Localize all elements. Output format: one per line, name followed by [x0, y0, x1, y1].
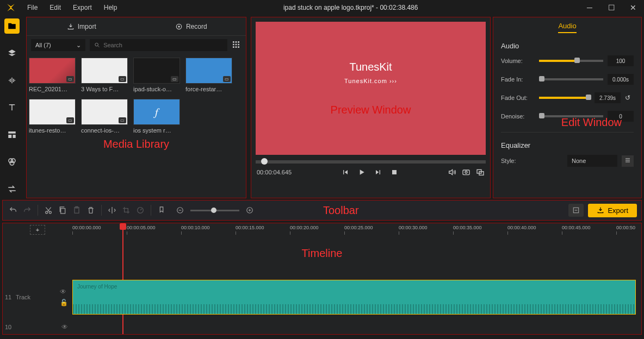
fadeout-slider[interactable]	[539, 97, 590, 99]
minimize-button[interactable]: ─	[579, 3, 600, 12]
eq-settings-icon[interactable]	[622, 155, 634, 167]
sidebar-transition-icon[interactable]	[4, 181, 20, 197]
grid-view-icon[interactable]	[232, 40, 242, 50]
media-item[interactable]: ▭force-restar…	[185, 58, 232, 92]
import-icon	[67, 23, 75, 30]
preview-panel: TunesKit TunesKit.com ››› Preview Window…	[251, 17, 491, 198]
denoise-slider[interactable]	[539, 115, 603, 117]
eq-style-value: None	[572, 158, 586, 164]
fadein-value[interactable]: 0.000s	[608, 74, 634, 85]
ruler-tick: 00:00:40.000	[507, 225, 536, 230]
import-label: Import	[78, 23, 96, 30]
eq-style-label: Style:	[501, 158, 535, 164]
close-button[interactable]: ✕	[622, 3, 644, 12]
media-item[interactable]: ▭ipad-stuck-o…	[133, 58, 180, 92]
track-lock-icon[interactable]: 🔓	[60, 299, 68, 306]
media-search[interactable]	[90, 39, 227, 51]
sidebar-media-icon[interactable]	[4, 18, 20, 34]
media-item[interactable]: 𝑓ios system r…	[133, 99, 180, 134]
media-item-label: connect-ios-…	[81, 127, 128, 134]
stop-icon[interactable]	[390, 168, 399, 177]
search-input[interactable]	[103, 42, 223, 48]
volume-icon[interactable]	[448, 168, 456, 177]
zoom-out-icon[interactable]	[174, 204, 186, 216]
zoom-in-icon[interactable]	[244, 204, 256, 216]
redo-icon[interactable]	[21, 204, 33, 216]
record-icon	[175, 23, 183, 30]
svg-point-8	[465, 171, 467, 173]
track-visibility-icon[interactable]: 👁	[61, 323, 68, 331]
ruler-tick: 00:00:25.000	[344, 225, 373, 230]
split-icon[interactable]	[106, 204, 118, 216]
sidebar-audio-icon[interactable]	[4, 73, 20, 88]
video-badge-icon: ▭	[223, 76, 231, 82]
next-frame-icon[interactable]	[374, 168, 382, 177]
marker-icon[interactable]	[156, 204, 168, 216]
ruler-tick: 00:00:10.000	[181, 225, 210, 230]
media-item[interactable]: ▭3 Ways to F…	[81, 58, 128, 92]
delete-icon[interactable]	[85, 204, 97, 216]
fadeout-value[interactable]: 2.739s	[595, 92, 621, 103]
video-badge-icon: ▭	[171, 76, 178, 82]
menu-edit[interactable]: Edit	[44, 2, 66, 14]
media-item-label: 3 Ways to F…	[81, 86, 128, 92]
ruler-tick: 00:00:20.000	[290, 225, 319, 230]
toolbar-annotation: Toolbar	[323, 204, 359, 217]
snapshot-icon[interactable]	[462, 168, 470, 177]
ruler-tick: 00:00:00.000	[72, 225, 101, 230]
preview-subtitle: TunesKit.com ›››	[344, 78, 397, 84]
playhead[interactable]	[122, 223, 123, 334]
speed-icon[interactable]	[134, 204, 146, 216]
add-track-button[interactable]: +	[30, 225, 45, 235]
sidebar-layers-icon[interactable]	[4, 46, 20, 61]
menu-export[interactable]: Export	[67, 2, 97, 14]
import-button[interactable]: Import	[27, 17, 137, 36]
menu-file[interactable]: File	[22, 2, 43, 14]
export-settings-icon[interactable]	[568, 204, 584, 217]
media-item-label: itunes-resto…	[29, 127, 76, 134]
svg-point-5	[95, 43, 98, 46]
fadeout-reset-icon[interactable]: ↺	[625, 94, 634, 102]
menu-help[interactable]: Help	[98, 2, 123, 14]
preview-scrubber[interactable]	[256, 160, 486, 164]
paste-icon[interactable]	[71, 204, 83, 216]
export-button[interactable]: Export	[588, 204, 637, 217]
fullscreen-icon[interactable]	[476, 168, 485, 177]
volume-value[interactable]: 100	[608, 55, 634, 66]
media-item[interactable]: ▭connect-ios-…	[81, 99, 128, 134]
media-item-label: ios system r…	[133, 127, 180, 134]
media-item[interactable]: ▭itunes-resto…	[29, 99, 76, 134]
cut-icon[interactable]	[42, 204, 54, 216]
svg-point-2	[10, 161, 14, 166]
prev-frame-icon[interactable]	[341, 168, 350, 177]
track-number: 11	[3, 294, 14, 300]
media-filter-dropdown[interactable]: All (7) ⌄	[31, 39, 85, 51]
track-number: 10	[3, 324, 14, 330]
ruler-tick: 00:00:50	[616, 225, 635, 230]
record-button[interactable]: Record	[137, 17, 246, 36]
track-visibility-icon[interactable]: 👁	[60, 288, 68, 296]
maximize-button[interactable]: ☐	[600, 3, 622, 12]
audio-clip[interactable]: Journey of Hope	[72, 280, 636, 315]
volume-slider[interactable]	[539, 60, 603, 62]
timeline-ruler[interactable]: 00:00:00.000 00:00:05.000 00:00:10.000 0…	[72, 223, 641, 236]
preview-annotation: Preview Window	[331, 104, 411, 116]
chevron-down-icon: ⌄	[76, 42, 81, 49]
audio-tab[interactable]: Audio	[558, 22, 576, 33]
media-item[interactable]: ▭REC_20201…	[29, 58, 76, 92]
sidebar-filters-icon[interactable]	[4, 154, 20, 170]
edit-panel: Audio Audio Volume: 100 Fade In: 0.000s …	[493, 17, 642, 198]
fadein-slider[interactable]	[539, 78, 603, 80]
sidebar-template-icon[interactable]	[4, 127, 20, 142]
ruler-tick: 00:00:45.000	[562, 225, 591, 230]
play-icon[interactable]	[357, 168, 366, 177]
search-icon	[94, 42, 100, 48]
copy-icon[interactable]	[57, 204, 69, 216]
zoom-slider[interactable]	[190, 210, 239, 211]
video-badge-icon: ▭	[119, 117, 126, 123]
undo-icon[interactable]	[7, 204, 19, 216]
crop-icon[interactable]	[120, 204, 132, 216]
eq-style-dropdown[interactable]: None	[567, 155, 617, 167]
media-library-annotation: Media Library	[27, 138, 246, 150]
sidebar-text-icon[interactable]	[4, 100, 20, 115]
